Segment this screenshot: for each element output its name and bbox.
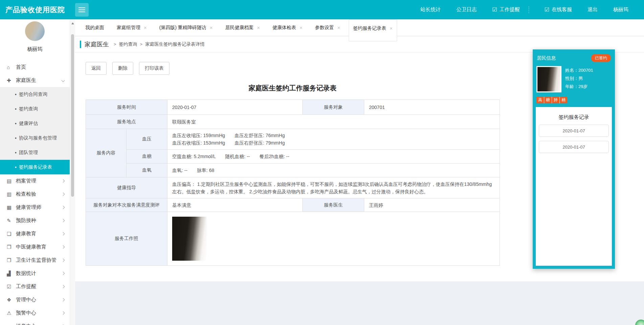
sidebar-menu: ⌂ 首页 ✚ 家庭医生 • 签约合同查询 • 签约查询 • 健康评估 • 协议与 <box>0 61 70 325</box>
blood-glucose-label: 血糖 <box>127 150 167 164</box>
sidebar-item-admin-center[interactable]: ❖ 管理中心 <box>0 293 70 306</box>
resident-age-row: 年龄：29岁 <box>565 83 593 91</box>
blood-pressure-label: 血压 <box>127 129 167 150</box>
sidebar-item-health-education[interactable]: ❏ 健康教育 <box>0 227 70 240</box>
scrollbar-up-icon[interactable] <box>71 22 74 24</box>
sidebar-toggle-button[interactable] <box>75 3 89 17</box>
nav-public-health-log[interactable]: 公卫日志 <box>456 6 477 13</box>
close-icon[interactable]: × <box>390 25 393 31</box>
resident-photo[interactable] <box>536 66 561 92</box>
tab-family-group[interactable]: 家庭组管理 × <box>113 19 151 36</box>
tab-parameter-settings[interactable]: 参数设置 × <box>311 19 344 36</box>
sidebar-item-archive-management[interactable]: ▤ 档案管理 <box>0 174 70 188</box>
chevron-right-icon <box>62 245 65 249</box>
service-work-photo[interactable] <box>172 217 207 261</box>
service-record-item[interactable]: 2020-01-07 <box>539 125 609 137</box>
user-avatar[interactable] <box>25 21 45 41</box>
chevron-right-icon <box>62 206 65 209</box>
breadcrumb-separator: > <box>114 42 116 47</box>
doctor-label: 服务医生 <box>303 198 364 212</box>
chevron-right-icon <box>62 179 65 183</box>
service-record-item[interactable]: 2020-01-07 <box>539 141 609 153</box>
bullet-icon: • <box>15 121 17 126</box>
sidebar-item-health-assessment[interactable]: • 健康评估 <box>0 116 70 131</box>
tab-health-checkup-form[interactable]: 健康体检表 × <box>269 19 307 36</box>
sidebar-item-data-statistics[interactable]: ▟ 数据统计 <box>0 267 70 280</box>
tab-sign-service-record[interactable]: 签约服务记录表 × <box>349 20 397 41</box>
print-button[interactable]: 打印该表 <box>139 62 169 75</box>
sidebar-item-vaccination[interactable]: ✎ 预防接种 <box>0 214 70 227</box>
bullet-icon: • <box>15 106 17 112</box>
delete-button[interactable]: 删除 <box>112 62 133 75</box>
scrollbar-thumb[interactable] <box>71 34 74 197</box>
sidebar-item-sanitation-supervision[interactable]: ❒ 卫生计生监督协管 <box>0 254 70 267</box>
resident-info-panel: 居民信息 已签约 姓名：200701 性别：男 年龄：29岁 高 糖 肺 精 签… <box>533 49 615 269</box>
resident-fields: 姓名：200701 性别：男 年龄：29岁 <box>565 66 593 92</box>
service-time-value: 2020-01-07 <box>167 100 303 115</box>
tag-psychiatric[interactable]: 精 <box>560 97 567 103</box>
tab-resident-health-record[interactable]: 居民健康档案 × <box>221 19 264 36</box>
table-row: 血氧 血氧: -- 脉率: 68 <box>86 164 500 177</box>
back-button[interactable]: 返回 <box>86 62 107 75</box>
sign-service-records-card: 签约服务记录 2020-01-07 2020-01-07 <box>536 107 612 266</box>
table-row: 服务时间 2020-01-07 服务对象 200701 <box>86 100 500 115</box>
service-content-label: 服务内容 <box>86 129 127 177</box>
chevron-right-icon <box>62 272 65 275</box>
close-icon[interactable]: × <box>144 25 147 30</box>
chevron-right-icon <box>62 259 65 262</box>
service-target-value: 200701 <box>364 100 500 115</box>
resident-gender-row: 性别：男 <box>565 74 593 83</box>
clipboard-check-icon: ☑ <box>545 7 549 13</box>
sidebar-item-sign-query[interactable]: • 签约查询 <box>0 102 70 116</box>
sidebar-item-home[interactable]: ⌂ 首页 <box>0 61 70 74</box>
signed-status-badge[interactable]: 已签约 <box>591 54 611 62</box>
resident-info: 姓名：200701 性别：男 年龄：29岁 <box>536 66 612 92</box>
tab-my-desktop[interactable]: 我的桌面 <box>81 19 108 36</box>
message-icon: ✉ <box>7 323 16 325</box>
alarm-icon: ⚠ <box>7 310 16 316</box>
sidebar-item-alert-center[interactable]: ⚠ 预警中心 <box>0 306 70 320</box>
resident-tags: 高 糖 肺 精 <box>536 97 567 103</box>
tag-diabetes[interactable]: 糖 <box>544 97 552 103</box>
family-doctor-submenu: • 签约合同查询 • 签约查询 • 健康评估 • 协议与服务包管理 • 团队管理… <box>0 87 70 174</box>
sidebar-item-contract-query[interactable]: • 签约合同查询 <box>0 87 70 102</box>
sidebar-item-team-management[interactable]: • 团队管理 <box>0 145 70 160</box>
nav-online-service[interactable]: ☑ 在线客服 <box>545 6 572 13</box>
sidebar-item-sign-service-record[interactable]: • 签约服务记录表 <box>0 160 70 174</box>
chevron-right-icon <box>62 298 65 302</box>
breadcrumb-sign-query[interactable]: 签约查询 <box>119 41 137 47</box>
nav-logout[interactable]: 退出 <box>588 6 598 13</box>
nav-work-reminder[interactable]: ☑ 工作提醒 <box>492 6 520 13</box>
nav-current-user[interactable]: 杨丽筠 <box>613 6 628 13</box>
sidebar-item-work-reminder[interactable]: ☑ 工作提醒 <box>0 280 70 293</box>
sidebar-item-tcm-health-education[interactable]: ❐ 中医健康教育 <box>0 240 70 254</box>
service-place-value: 联颐医务室 <box>167 115 500 129</box>
resident-panel-title: 居民信息 <box>537 55 556 61</box>
table-row: 服务对象对本次服务满意度测评 基本满意 服务医生 王雨婷 <box>86 198 500 212</box>
work-photo-cell <box>167 212 500 266</box>
sidebar-item-agreement-service-package[interactable]: • 协议与服务包管理 <box>0 131 70 145</box>
sidebar-item-family-doctor[interactable]: ✚ 家庭医生 <box>0 74 70 87</box>
breadcrumb-section: 家庭医生 <box>85 40 109 48</box>
chevron-right-icon <box>62 193 65 196</box>
blood-pressure-value: 血压左收缩压: 159mmHg 血压左舒张压: 76mmHg 血压右收缩压: 1… <box>167 129 500 150</box>
sidebar-item-health-manager[interactable]: ▦ 健康管理师 <box>0 201 70 214</box>
tag-lung[interactable]: 肺 <box>552 97 559 103</box>
sidebar-item-message-center[interactable]: ✉ 消息中心 <box>0 320 70 325</box>
education-icon: ❏ <box>7 231 16 237</box>
close-icon[interactable]: × <box>337 25 340 30</box>
tab-mental-disorder-followup[interactable]: (第四版) 重精障碍随访 × <box>155 19 217 36</box>
doctor-value: 王雨婷 <box>364 198 500 212</box>
inspection-icon: ▥ <box>7 191 16 197</box>
close-icon[interactable]: × <box>210 25 213 30</box>
tag-hypertension[interactable]: 高 <box>536 97 544 103</box>
supervision-icon: ❒ <box>7 257 16 263</box>
close-icon[interactable]: × <box>257 25 260 30</box>
sidebar-item-inspection[interactable]: ▥ 检查检验 <box>0 188 70 201</box>
resident-name-row: 姓名：200701 <box>565 66 593 74</box>
breadcrumb-detail: 家庭医生签约服务记录表详情 <box>145 41 205 47</box>
close-icon[interactable]: × <box>300 25 303 30</box>
form-title: 家庭医生签约工作服务记录表 <box>86 84 500 93</box>
nav-site-stats[interactable]: 站长统计 <box>420 6 441 13</box>
sidebar-scrollbar[interactable] <box>70 19 75 325</box>
